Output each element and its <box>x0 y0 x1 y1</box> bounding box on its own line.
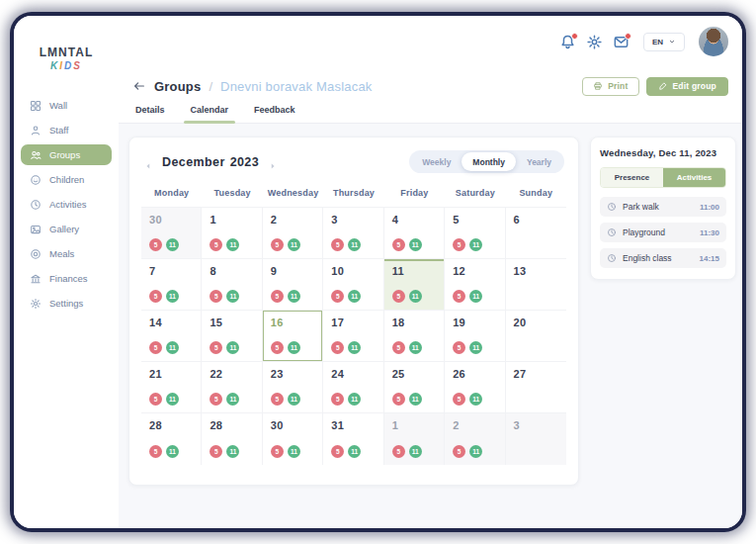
sidebar-item-children[interactable]: Children <box>21 169 112 190</box>
weekday-label: Thursday <box>323 188 383 198</box>
day-badges: 511 <box>149 290 179 303</box>
day-badges: 511 <box>149 393 179 406</box>
day-number: 9 <box>271 265 322 277</box>
calendar-day-cell[interactable]: 2511 <box>445 413 505 465</box>
edit-group-button[interactable]: Edit group <box>646 77 729 96</box>
group-tabs: DetailsCalendarFeedback <box>119 105 742 124</box>
calendar-day-cell[interactable]: 3 <box>506 413 566 465</box>
absent-count-badge: 5 <box>149 445 162 458</box>
day-badges: 511 <box>271 445 300 458</box>
calendar-day-cell[interactable]: 15511 <box>202 311 262 362</box>
gear-icon[interactable] <box>586 34 603 50</box>
sidebar-item-wall[interactable]: Wall <box>21 95 112 116</box>
calendar-day-cell[interactable]: 3511 <box>323 208 383 259</box>
calendar-day-cell[interactable]: 18511 <box>384 311 445 362</box>
sidebar-item-staff[interactable]: Staff <box>21 120 112 140</box>
calendar-day-cell[interactable]: 11511 <box>384 259 445 311</box>
present-count-badge: 11 <box>226 393 239 406</box>
sidebar-item-label: Finances <box>49 273 88 284</box>
mail-icon[interactable] <box>613 34 630 50</box>
calendar-day-cell[interactable]: 28511 <box>141 413 202 465</box>
day-badges: 511 <box>271 393 300 406</box>
print-button[interactable]: Print <box>582 77 638 96</box>
sidebar-item-meals[interactable]: Meals <box>21 243 112 264</box>
calendar-day-cell[interactable]: 6 <box>506 208 566 259</box>
back-arrow-icon[interactable] <box>132 79 146 93</box>
logo-text: LMNTAL <box>14 45 119 59</box>
activity-time: 14:15 <box>700 254 719 263</box>
app-logo: LMNTAL KIDS <box>14 45 119 71</box>
tab-details[interactable]: Details <box>132 105 168 123</box>
groups-icon <box>30 149 42 161</box>
sidebar-item-activities[interactable]: Activities <box>21 194 112 215</box>
panel-tab-presence[interactable]: Presence <box>601 168 663 187</box>
activity-row[interactable]: Park walk11:00 <box>600 197 726 217</box>
calendar-day-cell[interactable]: 26511 <box>445 362 505 413</box>
calendar-day-cell[interactable]: 16511 <box>263 311 323 362</box>
calendar-day-cell[interactable]: 4511 <box>384 208 445 259</box>
calendar-day-cell[interactable]: 25511 <box>384 362 445 413</box>
next-month-icon[interactable] <box>268 157 278 167</box>
day-badges: 511 <box>392 341 422 354</box>
calendar-header: December2023 WeeklyMonthlyYearly <box>129 137 578 179</box>
weekday-header: MondayTuesdayWednesdayThursdayFridaySatu… <box>129 179 578 207</box>
activity-row[interactable]: Playground11:30 <box>600 223 726 242</box>
view-option-weekly[interactable]: Weekly <box>411 152 462 171</box>
day-number: 20 <box>514 317 566 328</box>
logo-kids-text: KIDS <box>14 60 119 71</box>
day-number: 5 <box>453 214 504 226</box>
calendar-day-cell[interactable]: 20 <box>506 311 566 362</box>
calendar-day-cell[interactable]: 27 <box>506 362 566 413</box>
bell-icon[interactable] <box>559 34 576 50</box>
calendar-day-cell[interactable]: 24511 <box>323 362 383 413</box>
day-badges: 511 <box>453 341 482 354</box>
calendar-day-cell[interactable]: 7511 <box>141 259 202 311</box>
view-option-monthly[interactable]: Monthly <box>462 152 516 171</box>
calendar-day-cell[interactable]: 1511 <box>384 413 445 465</box>
staff-icon <box>30 125 42 136</box>
calendar-day-cell[interactable]: 28511 <box>202 413 262 465</box>
calendar-day-cell[interactable]: 9511 <box>263 259 323 311</box>
panel-tab-activities[interactable]: Activities <box>663 168 725 187</box>
day-badges: 511 <box>331 238 361 251</box>
present-count-badge: 11 <box>348 341 361 354</box>
prev-month-icon[interactable] <box>143 157 153 167</box>
day-number: 28 <box>149 419 201 431</box>
calendar-day-cell[interactable]: 31511 <box>323 413 383 465</box>
breadcrumb-root[interactable]: Groups <box>154 79 201 94</box>
user-avatar[interactable] <box>699 27 728 56</box>
calendar-day-cell[interactable]: 5511 <box>445 208 505 259</box>
calendar-day-cell[interactable]: 1511 <box>202 208 262 259</box>
calendar-day-cell[interactable]: 14511 <box>141 311 202 362</box>
children-icon <box>30 174 42 186</box>
absent-count-badge: 5 <box>392 290 405 303</box>
sidebar-item-settings[interactable]: Settings <box>21 293 112 314</box>
calendar-day-cell[interactable]: 10511 <box>323 259 383 311</box>
view-option-yearly[interactable]: Yearly <box>516 152 562 171</box>
calendar-day-cell[interactable]: 19511 <box>445 311 505 362</box>
day-number: 15 <box>210 317 261 328</box>
calendar-day-cell[interactable]: 8511 <box>202 259 262 311</box>
calendar-day-cell[interactable]: 17511 <box>323 311 383 362</box>
calendar-day-cell[interactable]: 22511 <box>202 362 262 413</box>
day-number: 25 <box>392 368 444 380</box>
tab-calendar[interactable]: Calendar <box>188 105 232 123</box>
calendar-day-cell[interactable]: 21511 <box>141 362 202 413</box>
calendar-day-cell[interactable]: 30511 <box>141 208 202 259</box>
absent-count-badge: 5 <box>271 290 284 303</box>
sidebar-item-gallery[interactable]: Gallery <box>21 219 112 239</box>
calendar-day-cell[interactable]: 23511 <box>263 362 323 413</box>
calendar-day-cell[interactable]: 12511 <box>445 259 505 311</box>
tab-feedback[interactable]: Feedback <box>251 105 298 123</box>
language-selector[interactable]: EN <box>643 33 685 51</box>
calendar-day-cell[interactable]: 30511 <box>263 413 323 465</box>
activity-row[interactable]: English class14:15 <box>600 248 726 268</box>
print-button-label: Print <box>608 81 628 91</box>
calendar-day-cell[interactable]: 2511 <box>263 208 323 259</box>
sidebar-item-label: Children <box>49 174 84 185</box>
gear-icon <box>586 34 603 50</box>
sidebar-item-finances[interactable]: Finances <box>21 268 112 289</box>
calendar-day-cell[interactable]: 13 <box>506 259 566 311</box>
sidebar-item-groups[interactable]: Groups <box>21 144 112 165</box>
day-number: 7 <box>149 265 201 277</box>
